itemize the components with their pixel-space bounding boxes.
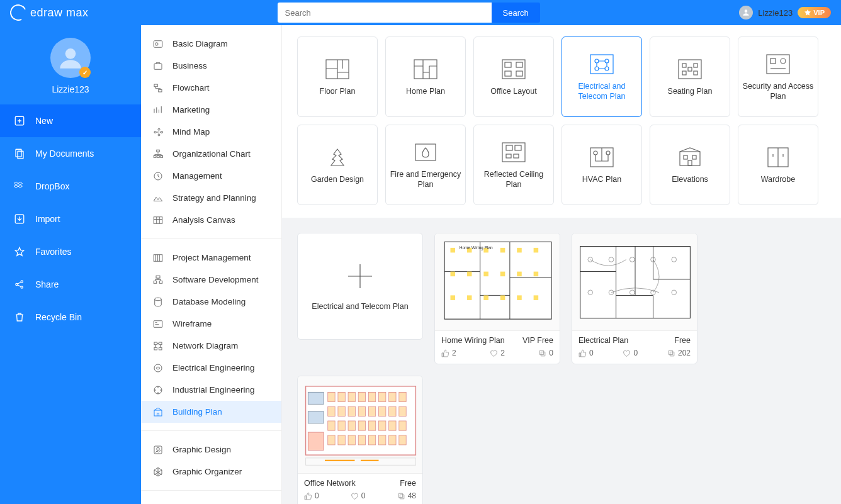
category-project-management[interactable]: Project Management (141, 247, 281, 269)
stat-likes[interactable]: 0 (579, 349, 594, 357)
plan-seating-plan[interactable]: Seating Plan (650, 36, 730, 117)
stat-hearts[interactable]: 0 (351, 491, 366, 500)
plan-elevations[interactable]: Elevations (650, 125, 730, 205)
svg-point-49 (595, 67, 599, 70)
category-label: Software Development (172, 275, 259, 284)
category-label: Graphic Design (172, 445, 231, 454)
svg-rect-117 (399, 392, 406, 401)
svg-rect-29 (154, 320, 162, 327)
category-wireframe[interactable]: Wireframe (141, 313, 281, 335)
svg-rect-147 (361, 460, 379, 461)
share-icon (14, 279, 25, 290)
category-graphic-organizer[interactable]: Graphic Organizer (141, 461, 281, 483)
category-label: Industrial Engineering (172, 385, 255, 395)
category-industrial-engineering[interactable]: Industrial Engineering (141, 379, 281, 401)
category-strategy-and-planning[interactable]: Strategy and Planning (141, 187, 281, 209)
plus-icon (346, 262, 375, 291)
svg-rect-134 (328, 435, 335, 445)
template-electrical-plan[interactable]: Electrical PlanFree 0 0 202 (572, 233, 697, 364)
nav-item-dropbox[interactable]: DropBox (0, 170, 141, 203)
svg-rect-95 (539, 350, 544, 355)
category-label: Analysis Canvas (172, 215, 235, 225)
category-software-development[interactable]: Software Development (141, 269, 281, 291)
nav-item-share[interactable]: Share (0, 268, 141, 301)
plan-label: Electrical and Telecom Plan (562, 81, 641, 102)
user-avatar-small[interactable] (739, 6, 753, 20)
nav-item-favorites[interactable]: Favorites (0, 235, 141, 268)
template-office-network[interactable]: Office NetworkFree 0 0 48 (297, 376, 423, 504)
category-label: Building Plan (172, 407, 222, 417)
svg-point-59 (781, 59, 786, 64)
template-home-wiring-plan[interactable]: Home Wiring Plan Home Wiring PlanVIP Fre… (434, 233, 560, 364)
svg-rect-70 (684, 155, 687, 159)
stat-hearts[interactable]: 0 (623, 349, 638, 357)
search-input[interactable] (278, 3, 492, 23)
stat-hearts[interactable]: 2 (490, 349, 505, 357)
stat-likes[interactable]: 2 (441, 349, 456, 357)
category-management[interactable]: Management (141, 165, 281, 187)
category-label: Electrical Engineering (172, 363, 255, 372)
plan-fire-and-emergency-plan[interactable]: Fire and Emergency Plan (385, 125, 466, 205)
category-electrical-engineering[interactable]: Electrical Engineering (141, 357, 281, 379)
category-database-modeling[interactable]: Database Modeling (141, 291, 281, 313)
svg-rect-126 (328, 421, 335, 430)
svg-rect-44 (505, 71, 511, 76)
category-network-diagram[interactable]: Network Diagram (141, 335, 281, 357)
plan-electrical-and-telecom-plan[interactable]: Electrical and Telecom Plan (562, 36, 642, 117)
search-button[interactable]: Search (492, 3, 540, 23)
category-graphic-design[interactable]: Graphic Design (141, 439, 281, 461)
svg-rect-30 (154, 342, 157, 345)
plan-home-plan[interactable]: Home Plan (385, 36, 466, 117)
stat-copies[interactable]: 202 (667, 349, 691, 357)
user-avatar-large[interactable] (50, 38, 91, 78)
category-business[interactable]: Business (141, 55, 281, 77)
svg-point-1 (65, 48, 76, 59)
category-mind-map[interactable]: Mind Map (141, 121, 281, 143)
plan-office-layout[interactable]: Office Layout (473, 36, 554, 117)
category-label: Organizational Chart (172, 149, 251, 159)
svg-rect-31 (159, 342, 162, 345)
nav-label: Import (35, 214, 60, 224)
copy-icon (397, 492, 405, 500)
svg-rect-19 (154, 155, 156, 157)
nav-item-recycle-bin[interactable]: Recycle Bin (0, 301, 141, 333)
svg-rect-46 (590, 55, 613, 74)
nav-label: DropBox (35, 181, 69, 191)
logo-icon (8, 2, 28, 23)
stat-copies[interactable]: 0 (538, 349, 553, 357)
svg-rect-80 (534, 248, 539, 253)
nav-item-import[interactable]: Import (0, 203, 141, 235)
category-icon (152, 318, 164, 330)
plan-hvac-plan[interactable]: HVAC Plan (562, 125, 642, 205)
vip-badge[interactable]: VIP (798, 7, 831, 18)
category-label: Basic Diagram (172, 39, 228, 48)
category-icon (152, 406, 164, 418)
category-analysis-canvas[interactable]: Analysis Canvas (141, 209, 281, 231)
category-flowchart[interactable]: Flowchart (141, 77, 281, 99)
plan-floor-plan[interactable]: Floor Plan (297, 36, 378, 117)
plan-reflected-ceiling-plan[interactable]: Reflected Ceiling Plan (473, 125, 554, 205)
svg-rect-81 (450, 271, 455, 276)
new-template-card[interactable]: Electrical and Telecom Plan (297, 233, 423, 340)
svg-point-47 (595, 59, 599, 63)
stat-likes[interactable]: 0 (304, 491, 319, 500)
plan-wardrobe[interactable]: Wardrobe (738, 125, 818, 205)
svg-rect-45 (516, 71, 522, 76)
svg-rect-43 (516, 62, 522, 67)
category-organizational-chart[interactable]: Organizational Chart (141, 143, 281, 165)
plan-garden-design[interactable]: Garden Design (297, 125, 378, 205)
svg-rect-129 (358, 421, 365, 430)
plan-security-and-access-plan[interactable]: Security and Access Plan (738, 36, 818, 117)
stat-copies[interactable]: 48 (397, 491, 416, 500)
category-marketing[interactable]: Marketing (141, 99, 281, 121)
category-building-plan[interactable]: Building Plan (141, 401, 281, 423)
nav-item-new[interactable]: New (0, 104, 141, 137)
svg-rect-27 (159, 281, 162, 283)
category-basic-diagram[interactable]: Basic Diagram (141, 33, 281, 55)
svg-rect-79 (517, 248, 522, 253)
avatar-verify-badge (79, 67, 91, 78)
category-sidebar[interactable]: Basic DiagramBusinessFlowchartMarketingM… (141, 25, 282, 504)
svg-rect-89 (483, 295, 488, 300)
category-icon (152, 466, 164, 478)
nav-item-my-documents[interactable]: My Documents (0, 137, 141, 170)
